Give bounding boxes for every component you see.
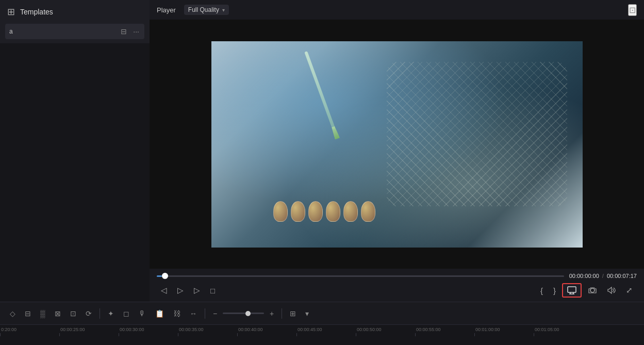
mic-tool-button[interactable]: 🎙 xyxy=(135,307,150,320)
toolbar-separator-1 xyxy=(100,308,100,319)
camera-svg-icon xyxy=(588,286,597,294)
progress-track[interactable] xyxy=(157,275,564,277)
timeline-label: 00:00:50:00 xyxy=(356,327,382,332)
vial-3 xyxy=(308,201,323,222)
time-display: 00:00:00:00 / 00:00:07:17 xyxy=(569,273,637,279)
multicam-tool-button[interactable]: ▒ xyxy=(37,307,49,320)
progress-bar-row: 00:00:00:00 / 00:00:07:17 xyxy=(157,273,637,279)
timeline-mark: 00:00:35:00 xyxy=(178,327,237,336)
in-point-button[interactable]: { xyxy=(536,284,547,297)
out-point-button[interactable]: } xyxy=(549,284,560,297)
zoom-thumb[interactable] xyxy=(245,311,251,316)
video-frame xyxy=(150,20,644,269)
subtitle-tool-button[interactable]: ⊡ xyxy=(67,307,80,320)
timeline-label: 00:00:30:00 xyxy=(119,327,144,332)
timeline-mark: 00:00:55:00 xyxy=(415,327,474,336)
timeline-mark: 00:00:30:00 xyxy=(119,327,178,336)
play-button[interactable]: ▷ xyxy=(190,284,204,297)
zoom-track[interactable] xyxy=(223,313,264,314)
timeline-area: 0:20:0000:00:25:0000:00:30:0000:00:35:00… xyxy=(0,324,644,345)
timeline-mark: 00:00:40:00 xyxy=(237,327,296,336)
time-current: 00:00:00:00 xyxy=(569,273,599,279)
mesh-visual xyxy=(387,62,567,206)
timeline-ruler: 0:20:0000:00:25:0000:00:30:0000:00:35:00… xyxy=(0,325,644,336)
timeline-tick xyxy=(474,333,475,336)
vials-visual xyxy=(273,201,375,222)
fx-tool-button[interactable]: ✦ xyxy=(104,307,118,320)
panel-title: Templates xyxy=(20,8,53,16)
search-bar[interactable]: ⊟ ··· xyxy=(5,24,144,39)
zoom-in-button[interactable]: + xyxy=(266,307,277,320)
panel-content xyxy=(0,43,150,302)
timeline-label: 00:00:25:00 xyxy=(59,327,85,332)
timeline-tick xyxy=(296,333,297,336)
timeline-mark: 00:00:50:00 xyxy=(356,327,415,336)
quality-label: Full Quality xyxy=(188,6,219,13)
vial-4 xyxy=(326,201,340,222)
bottom-toolbar: ◇ ⊟ ▒ ⊠ ⊡ ⟳ ✦ ◻ 🎙 📋 ⛓ ↔ − + ⊞ ▾ xyxy=(0,302,644,324)
video-preview xyxy=(211,41,583,248)
time-total: 00:00:07:17 xyxy=(607,273,637,279)
monitor-svg-icon xyxy=(567,286,576,294)
more-options-button[interactable]: ▾ xyxy=(302,307,312,320)
edit-tool-button[interactable]: ⊟ xyxy=(21,307,35,320)
progress-thumb[interactable] xyxy=(162,273,168,279)
timeline-tick xyxy=(0,333,1,336)
fullscreen-button[interactable]: ⤢ xyxy=(622,284,637,297)
timeline-mark: 00:00:45:00 xyxy=(296,327,356,336)
timeline-label: 00:01:00:00 xyxy=(474,327,500,332)
more-icon[interactable]: ··· xyxy=(132,26,140,37)
step-back-button[interactable]: ◁ xyxy=(157,284,171,297)
timeline-label: 00:00:45:00 xyxy=(296,327,322,332)
player-controls: 00:00:00:00 / 00:00:07:17 ◁ ▷ ▷ □ { } xyxy=(150,269,644,302)
left-panel: ⊞ Templates ⊟ ··· xyxy=(0,0,150,302)
retime-tool-button[interactable]: ⟳ xyxy=(82,307,95,320)
timeline-mark: 00:01:00:00 xyxy=(474,327,534,336)
toolbar-separator-3 xyxy=(282,308,282,319)
timeline-tick xyxy=(415,333,416,336)
controls-row: ◁ ▷ ▷ □ { } xyxy=(157,283,637,298)
timeline-tick xyxy=(59,333,60,336)
audio-button[interactable] xyxy=(603,284,620,297)
vial-2 xyxy=(291,201,305,222)
trim-tool-button[interactable]: ⊠ xyxy=(51,307,64,320)
chevron-down-icon: ▾ xyxy=(222,7,225,13)
monitor-icon[interactable]: ⊡ xyxy=(628,4,637,16)
time-separator: / xyxy=(602,273,604,279)
audio-sync-button[interactable]: ↔ xyxy=(186,307,201,320)
filter-icon[interactable]: ⊟ xyxy=(120,26,128,37)
audio-svg-icon xyxy=(607,286,616,294)
timeline-tick xyxy=(119,333,119,336)
timeline-tick xyxy=(534,333,534,336)
camera-button[interactable] xyxy=(584,284,601,297)
timeline-tick xyxy=(178,333,178,336)
notes-tool-button[interactable]: 📋 xyxy=(152,307,168,320)
step-forward-button[interactable]: ▷ xyxy=(173,284,188,297)
monitor-button[interactable] xyxy=(562,283,582,298)
toolbar-separator-2 xyxy=(205,308,205,319)
mask-tool-button[interactable]: ◻ xyxy=(120,307,133,320)
zoom-out-button[interactable]: − xyxy=(209,307,221,320)
player-area: Player Full Quality ▾ ⊡ xyxy=(150,0,644,302)
scene-tool-button[interactable]: ⛓ xyxy=(170,307,184,320)
timeline-label: 00:00:40:00 xyxy=(237,327,263,332)
stop-button[interactable]: □ xyxy=(206,284,219,297)
zoom-controls: − + xyxy=(209,307,277,320)
vial-1 xyxy=(273,201,288,222)
quality-select[interactable]: Full Quality ▾ xyxy=(184,5,229,15)
svg-point-4 xyxy=(590,288,595,292)
player-label: Player xyxy=(157,6,176,14)
timeline-mark: 00:01:05:00 xyxy=(534,327,593,336)
select-tool-button[interactable]: ◇ xyxy=(6,307,19,320)
vial-5 xyxy=(343,201,358,222)
search-input[interactable] xyxy=(9,28,117,35)
video-background xyxy=(211,41,583,248)
player-topbar: Player Full Quality ▾ ⊡ xyxy=(150,0,644,20)
panel-header: ⊞ Templates xyxy=(0,0,150,22)
topbar-right: ⊡ xyxy=(628,4,637,16)
timeline-label: 00:00:55:00 xyxy=(415,327,441,332)
timeline-label: 00:01:05:00 xyxy=(534,327,559,332)
timeline-mark: 0:20:00 xyxy=(0,327,59,336)
layout-button[interactable]: ⊞ xyxy=(286,307,300,320)
vial-6 xyxy=(361,201,375,222)
